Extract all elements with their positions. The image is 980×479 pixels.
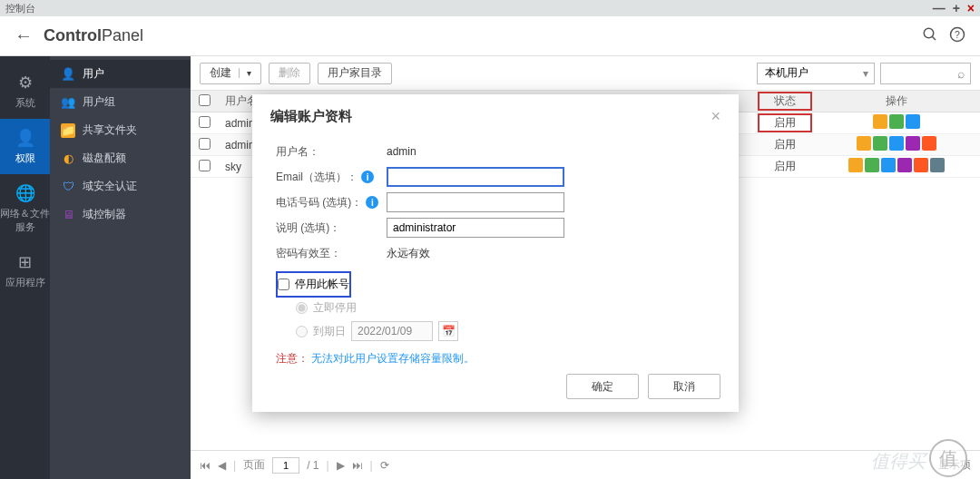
sidebar-item-network[interactable]: 🌐网络＆文件服务: [0, 174, 50, 243]
modal-title: 编辑账户资料: [270, 108, 352, 125]
sidebar-item-permissions[interactable]: 👤权限: [0, 119, 50, 174]
edit-account-modal: 编辑账户资料 × 用户名： admin Email（选填）：i 电话号码 (选填…: [252, 94, 739, 412]
sidebar-item-users[interactable]: 👤用户: [50, 60, 191, 88]
globe-icon: 🌐: [0, 183, 50, 203]
user-home-button[interactable]: 用户家目录: [318, 63, 392, 84]
refresh-icon[interactable]: ⟳: [380, 459, 389, 472]
close-button[interactable]: ×: [967, 1, 975, 15]
username-value: admin: [387, 145, 416, 158]
username-label: 用户名：: [276, 144, 387, 160]
folder-icon: 📁: [61, 123, 75, 138]
row-checkbox[interactable]: [199, 138, 211, 150]
window-title: 控制台: [5, 2, 35, 15]
row-actions[interactable]: [848, 158, 945, 172]
create-button[interactable]: 创建▾: [200, 63, 261, 84]
first-page-icon[interactable]: ⏮: [200, 459, 211, 472]
search-icon[interactable]: [922, 26, 938, 45]
primary-sidebar: ⚙系统 👤权限 🌐网络＆文件服务 ⊞应用程序: [0, 56, 50, 479]
secondary-sidebar: 👤用户 👥用户组 📁共享文件夹 ◐磁盘配额 🛡域安全认证 🖥域控制器: [50, 56, 191, 479]
users-icon: 👥: [61, 95, 75, 110]
row-checkbox[interactable]: [199, 116, 211, 128]
col-status[interactable]: 状态: [758, 92, 812, 111]
user-icon: 👤: [0, 128, 50, 148]
watermark-text: 值得买: [871, 449, 926, 474]
shield-icon: 🛡: [61, 180, 75, 194]
delete-button: 删除: [269, 63, 310, 84]
phone-field[interactable]: [387, 192, 564, 212]
row-checkbox[interactable]: [199, 160, 211, 171]
close-icon[interactable]: ×: [710, 107, 720, 126]
storage-note: 注意： 无法对此用户设置存储容量限制。: [276, 351, 715, 367]
gear-icon: ⚙: [0, 73, 50, 93]
chevron-down-icon: ▾: [239, 68, 251, 78]
svg-text:?: ?: [955, 29, 960, 40]
disable-now-label: 立即停用: [313, 300, 357, 316]
disable-now-radio: [296, 302, 308, 314]
sidebar-item-quota[interactable]: ◐磁盘配额: [50, 144, 191, 172]
email-label: Email（选填）：i: [276, 170, 387, 185]
info-icon[interactable]: i: [361, 171, 374, 183]
sidebar-item-domain-controller[interactable]: 🖥域控制器: [50, 200, 191, 229]
row-actions[interactable]: [857, 136, 936, 151]
cell-status: 启用: [758, 159, 812, 174]
pwdvalid-value: 永远有效: [387, 246, 430, 261]
disable-account-label: 停用此帐号: [295, 277, 349, 292]
svg-point-0: [924, 28, 934, 38]
sidebar-item-groups[interactable]: 👥用户组: [50, 88, 191, 116]
pagination: ⏮ ◀ | 页面 / 1 | ▶ ⏭ | ⟳ 显示项: [191, 450, 980, 479]
page-total: / 1: [307, 459, 318, 472]
help-icon[interactable]: ?: [949, 26, 965, 45]
watermark-badge: 值: [929, 439, 967, 477]
user-filter-select[interactable]: 本机用户: [757, 63, 875, 84]
page-input[interactable]: [272, 457, 299, 474]
disable-account-row[interactable]: 停用此帐号: [276, 271, 351, 298]
sidebar-item-system[interactable]: ⚙系统: [0, 64, 50, 119]
toolbar: 创建▾ 删除 用户家目录 本机用户: [191, 56, 980, 91]
col-actions: 操作: [812, 93, 980, 109]
pwdvalid-label: 密码有效至：: [276, 246, 387, 261]
phone-label: 电话号码 (选填)：i: [276, 195, 387, 210]
next-page-icon[interactable]: ▶: [337, 459, 345, 472]
apps-icon: ⊞: [0, 252, 50, 272]
description-field[interactable]: [387, 218, 564, 238]
minimize-button[interactable]: —: [933, 1, 946, 15]
page-label: 页面: [243, 457, 265, 473]
disk-icon: ◐: [61, 152, 75, 166]
back-arrow-icon[interactable]: ←: [15, 25, 33, 46]
cancel-button[interactable]: 取消: [648, 374, 720, 399]
page-title: ControlPanel: [44, 26, 143, 45]
calendar-icon: 📅: [438, 321, 458, 341]
maximize-button[interactable]: +: [953, 1, 960, 15]
desc-label: 说明 (选填)：: [276, 220, 387, 236]
expire-label: 到期日: [313, 324, 346, 339]
last-page-icon[interactable]: ⏭: [352, 459, 363, 472]
sidebar-item-shared-folders[interactable]: 📁共享文件夹: [50, 116, 191, 144]
expire-date-field: [351, 321, 433, 341]
cell-status: 启用: [758, 137, 812, 152]
ok-button[interactable]: 确定: [566, 374, 639, 399]
server-icon: 🖥: [61, 208, 75, 222]
email-field[interactable]: [387, 167, 564, 187]
user-icon: 👤: [61, 67, 75, 82]
disable-account-checkbox[interactable]: [278, 279, 289, 290]
header: ← ControlPanel ?: [0, 16, 980, 56]
sidebar-item-domain-security[interactable]: 🛡域安全认证: [50, 172, 191, 200]
sidebar-item-apps[interactable]: ⊞应用程序: [0, 243, 50, 298]
select-all-checkbox[interactable]: [199, 94, 211, 106]
expire-radio: [296, 326, 308, 337]
info-icon[interactable]: i: [366, 196, 378, 209]
prev-page-icon[interactable]: ◀: [218, 459, 226, 472]
cell-status: 启用: [758, 113, 812, 132]
search-input[interactable]: [880, 63, 971, 84]
svg-line-1: [932, 36, 936, 40]
row-actions[interactable]: [873, 114, 920, 129]
